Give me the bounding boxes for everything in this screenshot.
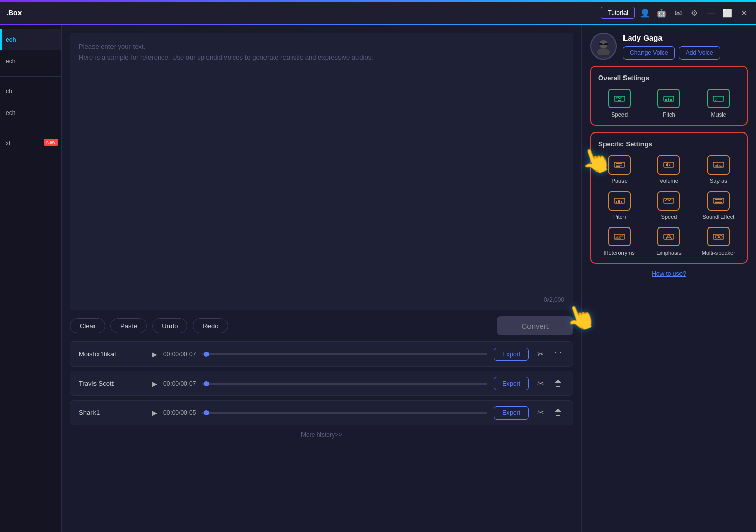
svg-rect-35 [664, 234, 674, 239]
convert-button[interactable]: Convert [497, 316, 573, 335]
setting-speed-overall[interactable]: Speed [598, 89, 640, 118]
maximize-icon[interactable]: ⬜ [721, 8, 733, 18]
speed-label-overall: Speed [611, 111, 628, 118]
robot-icon[interactable]: 🤖 [655, 8, 668, 18]
sidebar-item-record[interactable]: ech [0, 102, 61, 124]
svg-rect-4 [604, 43, 608, 45]
setting-emphasis[interactable]: Emphasis [648, 227, 690, 256]
mail-icon[interactable]: ✉ [672, 8, 684, 18]
close-icon[interactable]: ✕ [738, 8, 750, 18]
music-label: Music [711, 111, 726, 118]
play-button-1[interactable]: ▶ [152, 350, 157, 358]
tutorial-button[interactable]: Tutorial [601, 7, 635, 19]
delete-icon-1[interactable]: 🗑 [552, 348, 564, 361]
placeholder-line1: Please enter your text. [79, 42, 564, 52]
svg-rect-18 [664, 162, 674, 167]
specific-settings-title: Specific Settings [598, 140, 740, 148]
table-row: Moistcr1tikal ▶ 00:00/00:07 Export ✂ 🗑 [70, 341, 573, 367]
audio-time-3: 00:00/00:05 [163, 409, 196, 416]
audio-name-2: Travis Scott [79, 379, 145, 387]
export-button-1[interactable]: Export [494, 348, 529, 361]
avatar-icon [594, 37, 613, 55]
sidebar-item-new[interactable]: xt New [0, 132, 61, 154]
delete-icon-3[interactable]: 🗑 [552, 406, 564, 420]
undo-button[interactable]: Undo [152, 318, 187, 333]
voice-buttons: Change Voice Add Voice [623, 46, 748, 60]
window-controls: Tutorial 👤 🤖 ✉ ⚙ — ⬜ ✕ [601, 7, 750, 19]
paste-button[interactable]: Paste [110, 318, 147, 333]
audio-progress-3[interactable] [202, 412, 487, 414]
sidebar-item-tts[interactable]: ech [0, 29, 61, 50]
setting-say-as[interactable]: abc 123 Say as [697, 155, 740, 184]
specific-settings-box: Specific Settings Pause [590, 132, 748, 264]
play-button-3[interactable]: ▶ [152, 409, 157, 417]
cut-icon-1[interactable]: ✂ [535, 347, 546, 361]
sidebar-item-audio[interactable]: ch [0, 81, 61, 102]
setting-multi-speaker[interactable]: Multi-speaker [697, 227, 740, 256]
setting-volume[interactable]: Volume [648, 155, 690, 184]
pitch-specific-label: Pitch [613, 214, 626, 220]
text-input-area[interactable]: Please enter your text. Here is a sample… [70, 33, 573, 310]
action-row: Clear Paste Undo Redo Convert [70, 316, 573, 335]
pitch-icon [657, 89, 680, 108]
title-bar: .Box Tutorial 👤 🤖 ✉ ⚙ — ⬜ ✕ [0, 0, 756, 25]
svg-point-37 [715, 235, 719, 238]
redo-button[interactable]: Redo [193, 318, 228, 333]
table-row: Travis Scott ▶ 00:00/00:07 Export ✂ 🗑 [70, 371, 573, 396]
sidebar-divider-2 [0, 128, 61, 128]
user-icon[interactable]: 👤 [639, 8, 651, 18]
cut-icon-3[interactable]: ✂ [535, 406, 546, 420]
audio-progress-1[interactable] [202, 353, 487, 355]
sidebar-divider-1 [0, 76, 61, 77]
avatar [590, 33, 617, 60]
delete-icon-2[interactable]: 🗑 [552, 377, 564, 390]
setting-pause[interactable]: Pause [598, 155, 640, 184]
audio-progress-2[interactable] [202, 383, 487, 385]
add-voice-button[interactable]: Add Voice [679, 46, 720, 60]
speed-specific-label: Speed [661, 214, 677, 220]
export-button-2[interactable]: Export [494, 377, 529, 390]
change-voice-button[interactable]: Change Voice [623, 46, 675, 60]
minimize-icon[interactable]: — [705, 8, 717, 17]
svg-rect-26 [621, 201, 622, 203]
setting-pitch-overall[interactable]: Pitch [648, 89, 690, 118]
pitch-label-overall: Pitch [663, 111, 675, 118]
sidebar-label-new: xt [6, 140, 10, 147]
svg-rect-30 [715, 201, 722, 201]
svg-text:♪: ♪ [715, 97, 717, 102]
sound-effect-label: Sound Effect [702, 214, 734, 220]
how-to-use-link[interactable]: How to use? [590, 270, 748, 277]
volume-icon [657, 155, 680, 175]
clear-button[interactable]: Clear [70, 318, 105, 333]
sound-effect-icon [707, 191, 730, 211]
emphasis-icon [657, 227, 680, 246]
voice-info: Lady Gaga Change Voice Add Voice [623, 33, 748, 60]
settings-icon[interactable]: ⚙ [688, 8, 701, 18]
svg-rect-9 [665, 99, 667, 101]
placeholder-text: Please enter your text. Here is a sample… [79, 42, 564, 63]
audio-history: Moistcr1tikal ▶ 00:00/00:07 Export ✂ 🗑 T… [70, 341, 573, 441]
speed-icon [608, 89, 631, 108]
main-content: Please enter your text. Here is a sample… [62, 25, 581, 532]
setting-music[interactable]: ♪ Music [697, 89, 740, 118]
specific-settings-grid: Pause Volume [598, 155, 740, 256]
say-as-icon: abc 123 [707, 155, 730, 175]
setting-heteronyms[interactable]: abc def Heteronyms [598, 227, 640, 256]
audio-name-1: Moistcr1tikal [79, 350, 145, 358]
sidebar: ech ech ch ech xt New [0, 25, 62, 532]
pitch-specific-icon [608, 191, 631, 211]
cut-icon-2[interactable]: ✂ [535, 376, 546, 390]
export-button-3[interactable]: Export [494, 406, 529, 420]
svg-rect-7 [618, 100, 621, 101]
setting-pitch-specific[interactable]: Pitch [598, 191, 640, 220]
voice-profile: Lady Gaga Change Voice Add Voice [590, 33, 748, 60]
sidebar-item-vc[interactable]: ech [0, 50, 61, 72]
say-as-label: Say as [710, 178, 727, 184]
new-badge: New [44, 139, 58, 146]
more-history-link[interactable]: More history>> [70, 429, 573, 441]
setting-speed-specific[interactable]: Speed [648, 191, 690, 220]
audio-time-1: 00:00/00:07 [163, 351, 196, 358]
play-button-2[interactable]: ▶ [152, 379, 157, 388]
setting-sound-effect[interactable]: Sound Effect [697, 191, 740, 220]
multi-speaker-label: Multi-speaker [702, 250, 735, 256]
